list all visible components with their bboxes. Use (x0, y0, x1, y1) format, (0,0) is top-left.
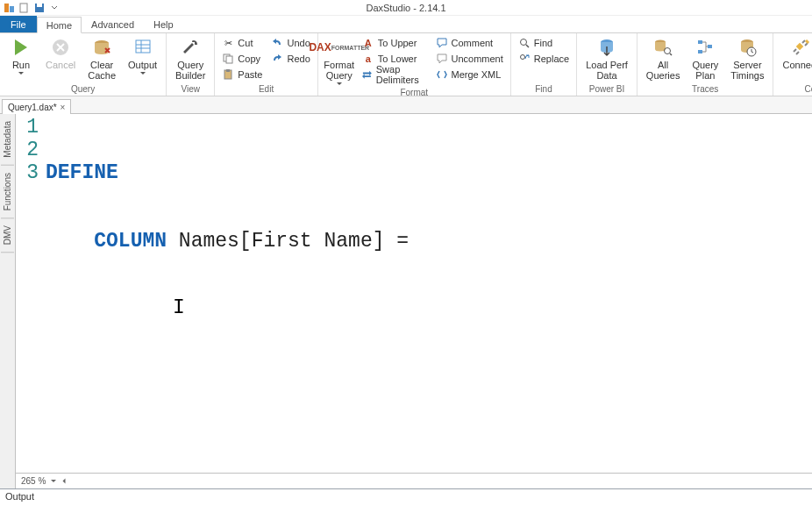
redo-button[interactable]: Redo (267, 51, 313, 67)
code-indent (46, 230, 94, 253)
dax-icon: DAXFORMATTER (329, 37, 350, 58)
cancel-icon (50, 37, 71, 58)
chevron-down-icon (18, 72, 24, 75)
svg-rect-14 (226, 69, 230, 72)
copy-button[interactable]: Copy (218, 51, 266, 67)
replace-label: Replace (534, 53, 569, 64)
undo-button[interactable]: Undo (267, 35, 313, 51)
uncomment-button[interactable]: Uncomment (432, 51, 507, 67)
to-lower-label: To Lower (378, 53, 417, 64)
group-format: DAXFORMATTER Format Query A To Upper a T… (318, 33, 511, 96)
qat-dropdown-icon[interactable] (48, 2, 61, 14)
app-icon (4, 2, 16, 14)
connect-label: Connect (782, 60, 812, 70)
chevron-down-icon[interactable] (51, 480, 56, 482)
svg-rect-7 (136, 40, 150, 53)
code-editor[interactable]: 1 2 3 DEFINE COLUMN Names[First Name] = … (16, 114, 812, 473)
line-number: 3 (21, 161, 39, 184)
tab-help[interactable]: Help (144, 16, 183, 32)
zoom-level[interactable]: 265 % (21, 476, 46, 486)
upper-icon: A (362, 37, 374, 49)
group-powerbi: Load Perf Data Power BI (577, 33, 637, 96)
group-edit-label: Edit (218, 83, 313, 96)
group-find-label: Find (515, 83, 573, 96)
merge-xml-label: Merge XML (452, 69, 502, 80)
chevron-down-icon (337, 82, 342, 85)
output-panel[interactable]: Output (0, 488, 812, 506)
to-upper-label: To Upper (378, 38, 417, 48)
swap-delim-button[interactable]: Swap Delimiters (359, 67, 431, 82)
new-doc-icon[interactable] (18, 2, 31, 14)
load-perf-button[interactable]: Load Perf Data (581, 35, 633, 82)
query-builder-label: Query Builder (175, 60, 205, 81)
svg-rect-0 (4, 4, 9, 12)
output-button[interactable]: Output (123, 35, 162, 76)
find-button[interactable]: Find (515, 35, 573, 51)
group-connection-label: Connection (777, 83, 812, 96)
query-plan-button[interactable]: Query Plan (687, 35, 723, 82)
comment-button[interactable]: Comment (432, 35, 507, 51)
close-icon[interactable]: × (61, 103, 66, 112)
side-tabs: Metadata Functions DMV (0, 114, 16, 488)
paste-button[interactable]: Paste (218, 67, 266, 82)
sidetab-functions[interactable]: Functions (1, 166, 14, 218)
code-content[interactable]: DEFINE COLUMN Names[First Name] = I (42, 114, 412, 473)
comment-icon (436, 37, 448, 49)
sidetab-dmv[interactable]: DMV (1, 218, 14, 253)
cancel-label: Cancel (46, 60, 75, 70)
all-queries-button[interactable]: All Queries (641, 35, 686, 82)
svg-line-21 (670, 53, 672, 55)
format-query-button[interactable]: DAXFORMATTER Format Query (322, 35, 357, 87)
connect-button[interactable]: Connect (777, 35, 812, 72)
load-perf-label: Load Perf Data (586, 60, 628, 81)
group-traces-label: Traces (641, 83, 770, 96)
tab-advanced[interactable]: Advanced (82, 16, 144, 32)
cut-button[interactable]: ✂ Cut (218, 35, 266, 51)
line-number: 1 (21, 116, 39, 139)
cut-label: Cut (238, 38, 253, 48)
paste-icon (222, 68, 234, 81)
tab-home[interactable]: Home (37, 17, 82, 33)
code-text: Names[First Name] = (167, 230, 409, 253)
wrench-icon (180, 37, 201, 58)
file-menu[interactable]: File (0, 16, 37, 32)
replace-button[interactable]: Replace (515, 51, 573, 67)
all-queries-icon (652, 37, 673, 58)
save-icon[interactable] (33, 2, 46, 14)
svg-point-20 (665, 48, 671, 54)
paste-label: Paste (238, 69, 262, 80)
group-edit: ✂ Cut Copy Paste (215, 33, 317, 96)
replace-icon (518, 53, 531, 65)
svg-rect-27 (796, 43, 803, 50)
line-number: 2 (21, 139, 39, 161)
chevron-left-icon[interactable] (63, 479, 66, 484)
query-plan-label: Query Plan (692, 60, 718, 81)
format-query-label: Format Query (324, 60, 354, 81)
svg-rect-23 (698, 50, 702, 53)
svg-rect-22 (698, 40, 702, 44)
svg-point-15 (520, 39, 526, 46)
server-timings-button[interactable]: Server Timings (725, 35, 769, 82)
doc-tab[interactable]: Query1.dax* × (2, 99, 71, 114)
merge-xml-button[interactable]: Merge XML (432, 67, 507, 82)
sidetab-metadata[interactable]: Metadata (1, 114, 14, 166)
run-label: Run (12, 60, 30, 70)
swap-delim-label: Swap Delimiters (376, 64, 427, 85)
all-queries-label: All Queries (646, 60, 680, 81)
code-kw: DEFINE (46, 161, 118, 184)
group-query-label: Query (4, 83, 162, 96)
svg-rect-4 (37, 4, 42, 7)
group-view-label: View (170, 83, 210, 96)
undo-label: Undo (287, 38, 310, 48)
to-upper-button[interactable]: A To Upper (359, 35, 431, 51)
group-connection: Connect Refresh Metadata Connection (773, 33, 812, 96)
ribbon: Run Cancel Clear Cache Output (0, 33, 812, 96)
comment-label: Comment (452, 38, 494, 48)
query-builder-button[interactable]: Query Builder (170, 35, 210, 82)
run-button[interactable]: Run (4, 35, 39, 76)
copy-label: Copy (238, 53, 260, 64)
load-perf-icon (596, 37, 617, 58)
uncomment-icon (436, 53, 448, 65)
cancel-button: Cancel (40, 35, 81, 72)
clear-cache-button[interactable]: Clear Cache (82, 35, 121, 82)
